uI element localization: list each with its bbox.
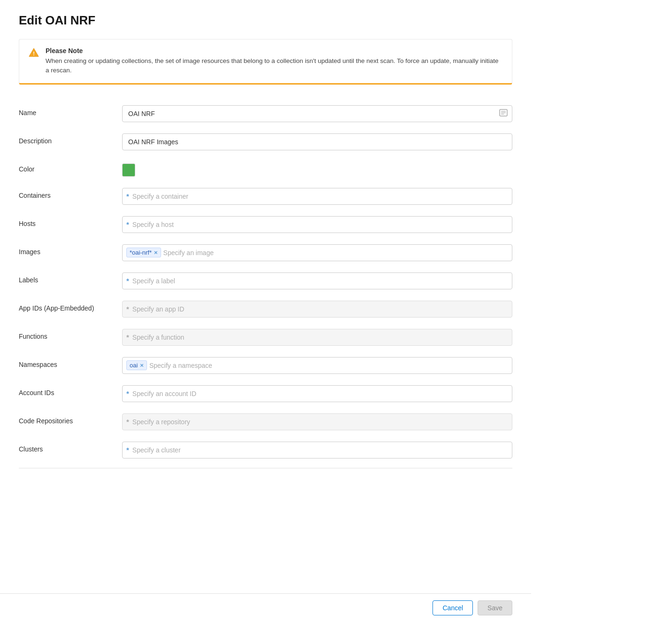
notice-box: ! Please Note When creating or updating … <box>19 39 512 85</box>
namespaces-label: Namespaces <box>19 357 122 368</box>
accountids-input[interactable]: * Specify an account ID <box>122 385 512 402</box>
coderepositories-input[interactable]: * Specify a repository <box>122 413 512 430</box>
containers-field-wrap: * Specify a container <box>122 188 512 205</box>
images-input[interactable]: *oai-nrf* × Specify an image <box>122 244 512 261</box>
description-field-wrap <box>122 133 512 150</box>
warning-icon: ! <box>29 47 39 58</box>
containers-placeholder: Specify a container <box>132 193 188 200</box>
coderepositories-row: Code Repositories * Specify a repository <box>19 408 512 436</box>
images-field-wrap: *oai-nrf* × Specify an image <box>122 244 512 261</box>
images-label: Images <box>19 244 122 256</box>
clusters-label: Clusters <box>19 442 122 453</box>
clusters-placeholder: Specify a cluster <box>132 446 181 454</box>
coderepositories-asterisk: * <box>126 418 129 426</box>
appids-field-wrap: * Specify an app ID <box>122 301 512 318</box>
appids-input[interactable]: * Specify an app ID <box>122 301 512 318</box>
clusters-asterisk: * <box>126 446 129 454</box>
functions-field-wrap: * Specify a function <box>122 329 512 346</box>
images-tag-close[interactable]: × <box>154 249 158 256</box>
hosts-placeholder: Specify a host <box>132 221 174 228</box>
name-field-wrap <box>122 105 512 122</box>
appids-label: App IDs (App-Embedded) <box>19 301 122 312</box>
description-label: Description <box>19 133 122 145</box>
functions-asterisk: * <box>126 333 129 341</box>
accountids-label: Account IDs <box>19 385 122 397</box>
containers-input[interactable]: * Specify a container <box>122 188 512 205</box>
accountids-row: Account IDs * Specify an account ID <box>19 380 512 408</box>
labels-label: Labels <box>19 272 122 284</box>
hosts-input[interactable]: * Specify a host <box>122 216 512 233</box>
svg-text:!: ! <box>33 51 35 56</box>
description-input[interactable] <box>122 133 512 150</box>
page-title: Edit OAI NRF <box>19 13 512 28</box>
appids-placeholder: Specify an app ID <box>132 305 185 313</box>
edit-form: Name Description C <box>19 100 512 493</box>
notice-content: Please Note When creating or updating co… <box>46 47 502 76</box>
labels-field-wrap: * Specify a label <box>122 272 512 289</box>
containers-label: Containers <box>19 188 122 199</box>
labels-row: Labels * Specify a label <box>19 267 512 295</box>
namespaces-placeholder: Specify a namespace <box>149 362 212 369</box>
coderepositories-field-wrap: * Specify a repository <box>122 413 512 430</box>
functions-input[interactable]: * Specify a function <box>122 329 512 346</box>
hosts-field-wrap: * Specify a host <box>122 216 512 233</box>
accountids-asterisk: * <box>126 389 129 397</box>
extra-row <box>19 468 512 493</box>
functions-label: Functions <box>19 329 122 340</box>
notice-text: When creating or updating collections, t… <box>46 56 502 76</box>
containers-asterisk: * <box>126 192 129 200</box>
appids-row: App IDs (App-Embedded) * Specify an app … <box>19 295 512 323</box>
color-label: Color <box>19 162 122 173</box>
name-input[interactable] <box>122 105 512 122</box>
namespaces-input[interactable]: oai × Specify a namespace <box>122 357 512 374</box>
namespaces-field-wrap: oai × Specify a namespace <box>122 357 512 374</box>
images-tag-chip: *oai-nrf* × <box>126 248 161 257</box>
description-row: Description <box>19 128 512 156</box>
coderepositories-label: Code Repositories <box>19 413 122 425</box>
color-field-wrap <box>122 162 512 177</box>
color-row: Color <box>19 156 512 182</box>
functions-placeholder: Specify a function <box>132 334 185 341</box>
appids-asterisk: * <box>126 305 129 313</box>
clusters-field-wrap: * Specify a cluster <box>122 442 512 459</box>
labels-input[interactable]: * Specify a label <box>122 272 512 289</box>
clusters-input[interactable]: * Specify a cluster <box>122 442 512 459</box>
functions-row: Functions * Specify a function <box>19 323 512 351</box>
hosts-row: Hosts * Specify a host <box>19 210 512 239</box>
labels-asterisk: * <box>126 277 129 285</box>
containers-row: Containers * Specify a container <box>19 182 512 210</box>
clusters-row: Clusters * Specify a cluster <box>19 436 512 464</box>
accountids-placeholder: Specify an account ID <box>132 390 196 397</box>
images-tag-value: *oai-nrf* <box>130 249 152 256</box>
images-row: Images *oai-nrf* × Specify an image <box>19 239 512 267</box>
notice-title: Please Note <box>46 47 502 54</box>
namespaces-tag-value: oai <box>130 362 138 369</box>
hosts-asterisk: * <box>126 220 129 228</box>
namespaces-tag-chip: oai × <box>126 360 147 370</box>
labels-placeholder: Specify a label <box>132 277 175 285</box>
name-row: Name <box>19 100 512 128</box>
hosts-label: Hosts <box>19 216 122 227</box>
coderepositories-placeholder: Specify a repository <box>132 418 190 426</box>
name-label: Name <box>19 105 122 117</box>
color-swatch[interactable] <box>122 163 135 177</box>
namespaces-tag-close[interactable]: × <box>140 362 144 368</box>
namespaces-row: Namespaces oai × Specify a namespace <box>19 351 512 380</box>
images-placeholder: Specify an image <box>163 249 214 257</box>
accountids-field-wrap: * Specify an account ID <box>122 385 512 402</box>
